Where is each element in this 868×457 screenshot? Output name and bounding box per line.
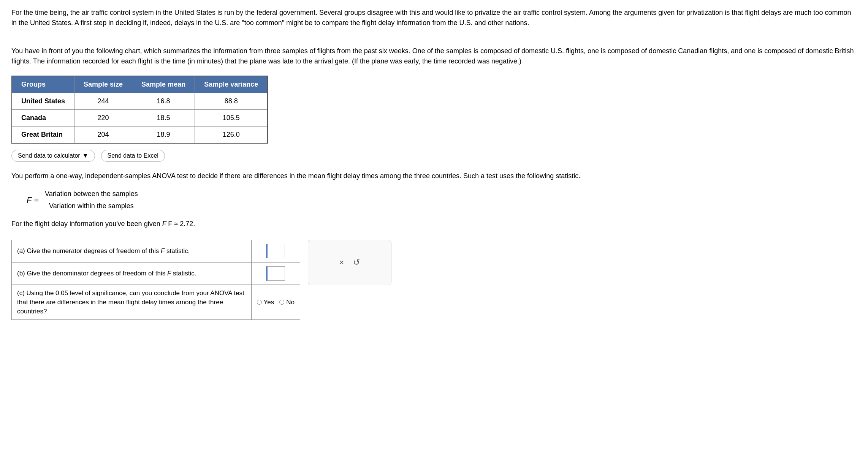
table-cell-canada-group: Canada: [12, 110, 74, 127]
table-cell-gb-variance: 126.0: [195, 127, 268, 144]
answer-a-cell: [251, 240, 300, 262]
send-calculator-button[interactable]: Send data to calculator ▼: [11, 150, 95, 162]
radio-yes-text: Yes: [264, 297, 274, 307]
radio-yes-label[interactable]: Yes: [257, 297, 274, 307]
f-approx-value: F ≈ 2.72.: [168, 220, 195, 228]
table-header-mean: Sample mean: [132, 76, 195, 93]
action-panel-buttons: × ↺: [339, 258, 360, 267]
send-excel-button[interactable]: Send data to Excel: [101, 150, 165, 162]
table-cell-us-variance: 88.8: [195, 93, 268, 110]
formula-fraction: Variation between the samples Variation …: [43, 189, 139, 211]
table-cell-canada-variance: 105.5: [195, 110, 268, 127]
intro-paragraph-2: You have in front of you the following c…: [11, 46, 857, 66]
radio-no-label[interactable]: No: [279, 297, 295, 307]
table-row: United States 244 16.8 88.8: [12, 93, 268, 110]
questions-table: (a) Give the numerator degrees of freedo…: [11, 240, 300, 320]
undo-button[interactable]: ↺: [353, 258, 360, 267]
f-value-intro: For the flight delay information you've …: [11, 220, 160, 228]
f-label: F =: [27, 194, 39, 206]
yes-no-radio-group: Yes No: [257, 297, 295, 307]
question-b-cell: (b) Give the denominator degrees of free…: [12, 262, 252, 285]
radio-yes[interactable]: [257, 300, 262, 305]
f-value-text: For the flight delay information you've …: [11, 219, 857, 229]
undo-icon: ↺: [353, 258, 360, 267]
table-cell-canada-mean: 18.5: [132, 110, 195, 127]
table-row: Canada 220 18.5 105.5: [12, 110, 268, 127]
radio-no[interactable]: [279, 300, 284, 305]
f-italic-symbol: F: [162, 220, 168, 228]
table-header-variance: Sample variance: [195, 76, 268, 93]
question-c-label: (c) Using the 0.05 level of significance…: [17, 289, 244, 315]
answer-b-cell: [251, 262, 300, 285]
table-cell-gb-group: Great Britain: [12, 127, 74, 144]
formula-block: F = Variation between the samples Variat…: [27, 189, 857, 211]
table-cell-gb-size: 204: [74, 127, 132, 144]
data-table: Groups Sample size Sample mean Sample va…: [11, 76, 268, 144]
intro-paragraph-1: For the time being, the air traffic cont…: [11, 8, 857, 28]
table-cell-us-mean: 16.8: [132, 93, 195, 110]
question-a-row: (a) Give the numerator degrees of freedo…: [12, 240, 300, 262]
question-b-row: (b) Give the denominator degrees of free…: [12, 262, 300, 285]
send-excel-label: Send data to Excel: [108, 152, 158, 159]
anova-intro-text: You perform a one-way, independent-sampl…: [11, 171, 857, 181]
formula-numerator: Variation between the samples: [43, 189, 139, 200]
action-panel: × ↺: [308, 240, 391, 285]
table-cell-canada-size: 220: [74, 110, 132, 127]
chevron-down-icon: ▼: [82, 152, 89, 159]
question-c-row: (c) Using the 0.05 level of significance…: [12, 285, 300, 320]
input-b[interactable]: [266, 266, 285, 281]
questions-section: (a) Give the numerator degrees of freedo…: [11, 240, 857, 320]
clear-button[interactable]: ×: [339, 258, 344, 267]
question-b-label: (b) Give the denominator degrees of free…: [17, 270, 196, 277]
table-header-groups: Groups: [12, 76, 74, 93]
question-a-label: (a) Give the numerator degrees of freedo…: [17, 247, 190, 255]
radio-no-text: No: [286, 297, 295, 307]
question-a-cell: (a) Give the numerator degrees of freedo…: [12, 240, 252, 262]
answer-c-cell: Yes No: [251, 285, 300, 320]
question-c-cell: (c) Using the 0.05 level of significance…: [12, 285, 252, 320]
table-cell-us-size: 244: [74, 93, 132, 110]
input-a[interactable]: [266, 244, 285, 258]
button-row: Send data to calculator ▼ Send data to E…: [11, 150, 857, 162]
table-header-size: Sample size: [74, 76, 132, 93]
send-calculator-label: Send data to calculator: [18, 152, 80, 159]
table-row: Great Britain 204 18.9 126.0: [12, 127, 268, 144]
formula-denominator: Variation within the samples: [48, 200, 135, 211]
table-cell-us-group: United States: [12, 93, 74, 110]
table-cell-gb-mean: 18.9: [132, 127, 195, 144]
x-icon: ×: [339, 258, 344, 267]
